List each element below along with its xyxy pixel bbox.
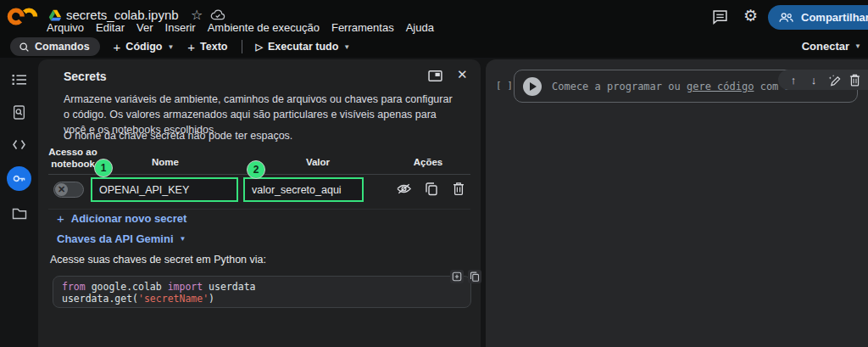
code-text: google.colab [86, 281, 168, 293]
copy-code-icon[interactable] [468, 270, 481, 283]
plus-icon: + [114, 40, 121, 54]
cloud-save-icon[interactable] [210, 9, 225, 20]
add-text-button[interactable]: + Texto [181, 40, 234, 54]
add-new-secret-label: Adicionar novo secret [71, 212, 187, 225]
code-text: userdata [203, 281, 255, 293]
column-header-access: Acesso ao notebook [48, 146, 97, 171]
table-row-divider [48, 209, 470, 210]
chevron-down-icon: ▼ [180, 235, 186, 243]
gemini-api-keys-button[interactable]: Chaves da API Gemini ▼ [57, 232, 186, 245]
annotation-badge-1: 1 [94, 159, 113, 177]
document-search-icon [12, 105, 26, 120]
secret-row-actions [396, 181, 466, 197]
secret-name-input[interactable] [92, 179, 236, 200]
column-header-actions: Ações [401, 156, 455, 168]
brand-row: secrets_colab.ipynb ☆ Arquivo Editar Ver… [0, 0, 868, 36]
close-icon[interactable]: ✕ [457, 67, 468, 82]
annotation-badge-2: 2 [247, 160, 265, 179]
delete-cell-icon[interactable] [846, 71, 863, 88]
chevron-down-icon: ▼ [167, 43, 174, 51]
notebook-toolbar: Comandos + Código ▼ + Texto ▷ Executar t… [0, 36, 868, 58]
run-all-button[interactable]: ▷ Executar tudo ▼ [249, 41, 358, 53]
add-code-label: Código [125, 41, 162, 53]
run-all-label: Executar tudo [268, 41, 338, 53]
drive-icon [48, 9, 62, 22]
open-in-window-icon[interactable] [428, 70, 442, 82]
code-string: 'secretName' [138, 293, 209, 305]
copy-icon[interactable] [423, 181, 439, 197]
code-keyword: import [168, 281, 203, 293]
commands-label: Comandos [35, 41, 90, 53]
gemini-api-keys-label: Chaves da API Gemini [57, 232, 174, 245]
menu-ferramentas[interactable]: Ferramentas [331, 21, 394, 34]
chevron-down-icon: ▼ [854, 42, 861, 50]
colab-logo-icon[interactable] [7, 6, 38, 27]
top-bar: secrets_colab.ipynb ☆ Arquivo Editar Ver… [0, 0, 868, 58]
move-cell-down-icon[interactable]: ↓ [805, 71, 822, 88]
share-button[interactable]: Compartilhar [768, 5, 868, 30]
code-keyword: from [62, 281, 86, 293]
search-icon [19, 42, 30, 53]
share-button-label: Compartilhar [801, 11, 868, 24]
menubar: Arquivo Editar Ver Inserir Ambiente de e… [47, 21, 434, 34]
notebook-editor-area: [ ] Comece a programar ou gere código co… [486, 59, 868, 347]
left-sidebar [0, 58, 38, 347]
settings-gear-icon[interactable]: ⚙ [743, 6, 758, 25]
menu-editar[interactable]: Editar [96, 21, 125, 34]
menu-inserir[interactable]: Inserir [165, 21, 196, 34]
code-snippet: from google.colab import userdata userda… [62, 281, 256, 305]
table-of-contents-icon [12, 74, 27, 86]
code-brackets-icon [12, 139, 26, 150]
sidebar-item-code-snippets[interactable] [9, 134, 30, 154]
colab-window: secrets_colab.ipynb ☆ Arquivo Editar Ver… [0, 0, 868, 347]
plus-icon: + [187, 40, 195, 54]
chevron-down-icon: ▼ [343, 43, 350, 51]
column-header-value: Valor [267, 156, 369, 168]
plus-icon: + [57, 211, 64, 226]
insert-code-icon[interactable] [450, 270, 464, 283]
notebook-access-toggle[interactable]: ✕ [53, 182, 84, 198]
secrets-note: O nome da chave secreta não pode ter esp… [64, 130, 292, 142]
add-new-secret-button[interactable]: + Adicionar novo secret [57, 211, 186, 226]
sidebar-item-files[interactable] [9, 203, 30, 223]
visibility-off-icon[interactable] [396, 181, 412, 197]
annotation-box-name [91, 177, 238, 202]
toggle-off-x-icon: ✕ [55, 183, 68, 196]
add-text-label: Texto [200, 41, 227, 53]
ai-edit-pencil-icon[interactable] [826, 71, 843, 88]
generate-code-link[interactable]: gere código [687, 81, 754, 92]
comments-icon[interactable] [712, 9, 728, 25]
menu-ajuda[interactable]: Ajuda [406, 21, 434, 34]
notebook-filename[interactable]: secrets_colab.ipynb [66, 8, 179, 22]
secret-value-input[interactable] [245, 179, 362, 200]
connect-button[interactable]: Conectar ▼ [802, 40, 861, 53]
secrets-panel: Secrets ✕ Armazene variáveis de ambiente… [38, 59, 481, 347]
sidebar-item-outline[interactable] [9, 70, 30, 90]
sidebar-item-find-replace[interactable] [9, 102, 30, 122]
cell-placeholder-text: Comece a programar ou gere código com IA… [552, 81, 803, 92]
sidebar-item-secrets-active[interactable] [7, 166, 31, 191]
commands-button[interactable]: Comandos [10, 37, 100, 56]
menu-ver[interactable]: Ver [136, 21, 153, 34]
key-icon [12, 171, 26, 186]
run-cell-button[interactable] [523, 77, 542, 96]
cell-execution-gutter: [ ] [496, 80, 513, 91]
toolbar-divider [242, 40, 242, 53]
python-access-hint: Acesse suas chaves de secret em Python v… [50, 254, 266, 266]
play-icon [530, 82, 537, 91]
annotation-box-value [243, 177, 364, 202]
usage-code-block: from google.colab import userdata userda… [53, 276, 471, 308]
code-text: ) [209, 293, 214, 305]
secrets-panel-title: Secrets [64, 70, 107, 83]
people-icon [778, 12, 794, 23]
delete-trash-icon[interactable] [450, 181, 466, 197]
menu-ambiente-de-execucao[interactable]: Ambiente de execução [208, 21, 320, 34]
move-cell-up-icon[interactable]: ↑ [785, 71, 802, 88]
add-code-button[interactable]: + Código ▼ [107, 40, 181, 54]
connect-label: Conectar [802, 40, 849, 53]
code-text: userdata.get( [62, 293, 138, 305]
code-block-actions [450, 270, 481, 283]
menu-arquivo[interactable]: Arquivo [47, 21, 84, 34]
column-header-name: Nome [114, 156, 216, 168]
cell-toolbar: ↑ ↓ ⋮ [778, 70, 868, 90]
